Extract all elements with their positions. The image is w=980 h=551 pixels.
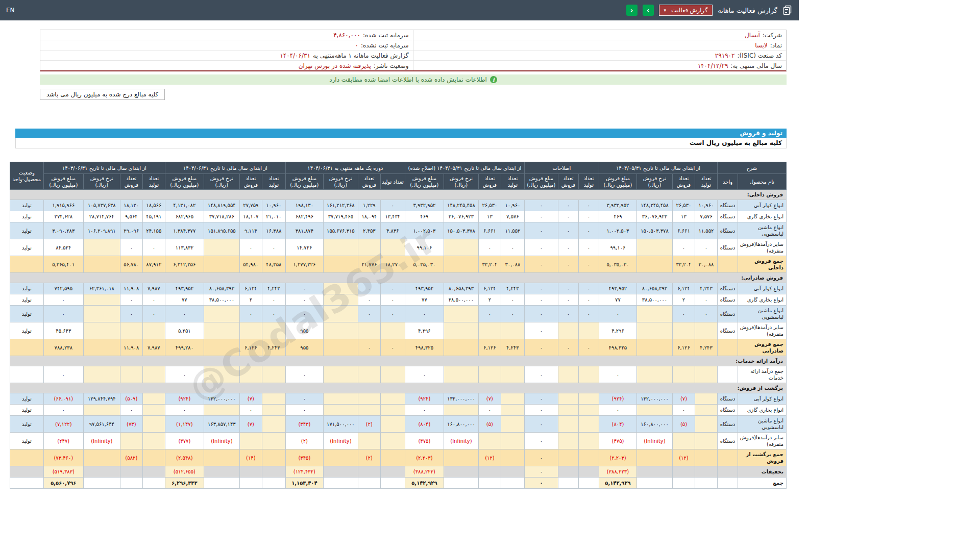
value-cell — [558, 405, 578, 416]
value-cell: ۳۳,۲۰۴ — [672, 256, 695, 273]
value-cell — [323, 322, 358, 339]
column-header: تعداد فروش — [358, 174, 380, 190]
report-copy-icon[interactable] — [782, 5, 793, 15]
value-cell: ۰ — [43, 366, 83, 383]
value-cell — [323, 393, 358, 405]
report-copy-icon-svg — [782, 5, 793, 15]
value-cell: ۰ — [578, 211, 599, 222]
info-cell: وضعیت ناشر:پذیرفته شده در بورس تهران — [40, 61, 413, 70]
value-cell: ۰ — [285, 306, 323, 322]
value-cell — [83, 366, 120, 383]
value-cell: ۱۳۲,۰۰۰,۰۰۰ — [444, 393, 478, 405]
status-cell — [10, 466, 43, 478]
value-cell — [501, 405, 524, 416]
table-row: انواع کولر آبیدستگاه۴,۲۴۳۶,۱۲۴۸۰,۶۵۸,۳۹۳… — [10, 283, 786, 294]
value-cell: ۱۶۱,۲۱۲,۳۶۸ — [323, 200, 358, 211]
value-cell: ۰ — [380, 306, 405, 322]
value-cell: ۲ — [672, 294, 695, 306]
next-period-button[interactable]: › — [643, 5, 654, 16]
value-cell — [358, 405, 380, 416]
value-cell: ۳۶,۰۷۶,۹۲۳ — [636, 211, 672, 222]
value-cell: ۶,۶۶۱ — [672, 222, 695, 239]
language-toggle[interactable]: EN — [6, 7, 15, 14]
unit-cell — [717, 339, 738, 356]
value-cell — [558, 466, 578, 478]
value-cell: ۸۰,۶۵۸,۳۹۳ — [636, 283, 672, 294]
product-name-cell: انواع بخاری گازی — [738, 211, 787, 222]
value-cell — [142, 366, 165, 383]
value-cell: ۰ — [524, 466, 558, 478]
value-cell — [142, 466, 165, 478]
product-name-cell: انواع ماشین لباسشویی — [738, 306, 787, 322]
value-cell — [558, 322, 578, 339]
value-cell — [636, 405, 672, 416]
value-cell: ۴۹۸,۳۲۵ — [405, 339, 444, 356]
value-cell — [380, 239, 405, 256]
value-cell: ۰ — [358, 306, 380, 322]
product-name-cell: انواع کولر آبی — [738, 200, 787, 211]
value-cell: ۴۹۳,۹۵۲ — [165, 283, 204, 294]
value-cell: (۷) — [239, 416, 262, 433]
value-cell: ۰ — [142, 239, 165, 256]
value-cell: ۱۰,۹۶۰ — [501, 200, 524, 211]
value-cell — [323, 405, 358, 416]
value-cell: ۴,۱۳۱,۰۸۲ — [165, 200, 204, 211]
value-cell — [578, 449, 599, 466]
product-name-cell: انواع کولر آبی — [738, 283, 787, 294]
value-cell — [142, 449, 165, 466]
value-cell: ۹۵۵ — [285, 322, 323, 339]
table-row: انواع بخاری گازیدستگاه۷,۵۷۶۱۳۳۶,۰۷۶,۹۲۳۴… — [10, 211, 786, 222]
value-cell: (۵۰۹) — [120, 393, 142, 405]
status-cell: تولید — [10, 239, 43, 256]
value-cell — [323, 466, 358, 478]
value-cell: ۰ — [262, 306, 285, 322]
value-cell: ۰ — [380, 283, 405, 294]
value-cell: ۷۸۸,۲۳۸ — [43, 339, 83, 356]
chevron-down-icon: ▾ — [664, 8, 667, 13]
value-cell — [578, 393, 599, 405]
value-cell: (۲,۲۰۳) — [599, 449, 636, 466]
info-cell: سرمایه ثبت نشده:۰ — [40, 40, 413, 51]
value-cell — [262, 449, 285, 466]
value-cell — [262, 433, 285, 449]
column-header: تعداد فروش — [120, 174, 142, 190]
table-row: انواع بخاری گازیدستگاه۰۲۳۸,۵۰۰,۰۰۰۷۷۰۰۰۰… — [10, 294, 786, 306]
value-cell — [444, 366, 478, 383]
value-cell — [672, 466, 695, 478]
value-cell: (Infinity) — [444, 433, 478, 449]
value-cell: (۹۲۴) — [405, 393, 444, 405]
value-cell: ۱۲۹,۸۴۴,۷۹۴ — [83, 393, 120, 405]
value-cell: ۸۷,۹۱۲ — [142, 256, 165, 273]
value-cell: ۰ — [558, 222, 578, 239]
value-cell — [142, 322, 165, 339]
unit-cell — [717, 449, 738, 466]
value-cell — [478, 322, 501, 339]
value-cell: ۵۴,۹۸۰ — [239, 256, 262, 273]
status-cell: تولید — [10, 322, 43, 339]
column-header: تعداد فروش — [672, 174, 695, 190]
status-cell: تولید — [10, 222, 43, 239]
report-type-dropdown[interactable]: گزارش فعالیت ▾ — [659, 5, 713, 16]
table-row: انواع بخاری گازیدستگاه۰۰۰۰۰۰۰۰۰۰تولید — [10, 405, 786, 416]
value-cell: ۴,۲۹۶ — [599, 322, 636, 339]
value-cell — [204, 256, 239, 273]
value-cell: ۰ — [558, 283, 578, 294]
value-cell: ۰ — [695, 294, 717, 306]
value-cell: ۰ — [524, 405, 558, 416]
product-name-cell: جمع برگشت از فروش — [738, 449, 787, 466]
value-cell: ۰ — [599, 366, 636, 383]
value-cell: ۰ — [165, 366, 204, 383]
prev-period-button[interactable]: ‹ — [626, 5, 638, 16]
value-cell: ۰ — [478, 239, 501, 256]
product-name-cell: انواع ماشین لباسشویی — [738, 416, 787, 433]
value-cell: ۱۶,۳۸۸ — [262, 222, 285, 239]
unit-cell: دستگاه — [717, 405, 738, 416]
value-cell — [636, 478, 672, 489]
value-cell — [358, 393, 380, 405]
value-cell: ۰ — [558, 239, 578, 256]
value-cell: (۶۶,۰۹۱) — [43, 393, 83, 405]
value-cell — [83, 339, 120, 356]
value-cell — [358, 478, 380, 489]
info-value: آبسال — [745, 32, 760, 39]
product-name-cell: انواع ماشین لباسشویی — [738, 222, 787, 239]
